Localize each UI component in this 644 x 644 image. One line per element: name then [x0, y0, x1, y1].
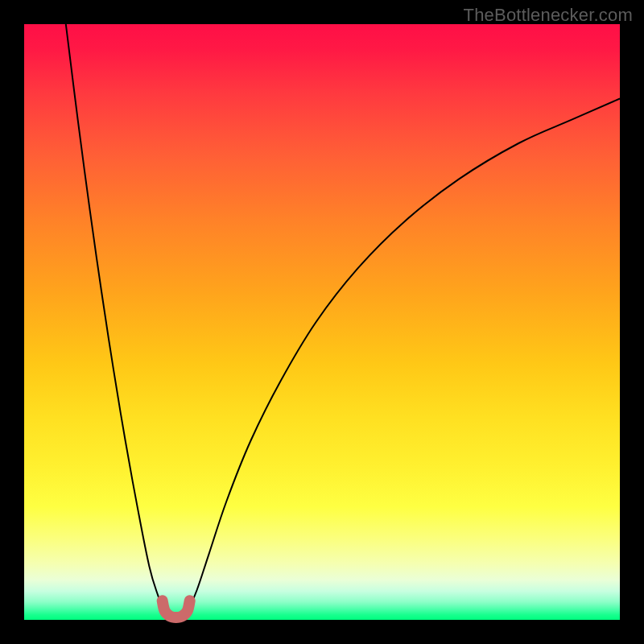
left-branch-curve — [66, 24, 169, 620]
plot-area — [24, 24, 620, 620]
right-branch-curve — [184, 99, 620, 621]
watermark-text: TheBottlenecker.com — [464, 5, 633, 26]
curves-layer — [24, 24, 620, 620]
nub-marker — [163, 601, 190, 617]
outer-frame: TheBottlenecker.com — [0, 0, 644, 644]
